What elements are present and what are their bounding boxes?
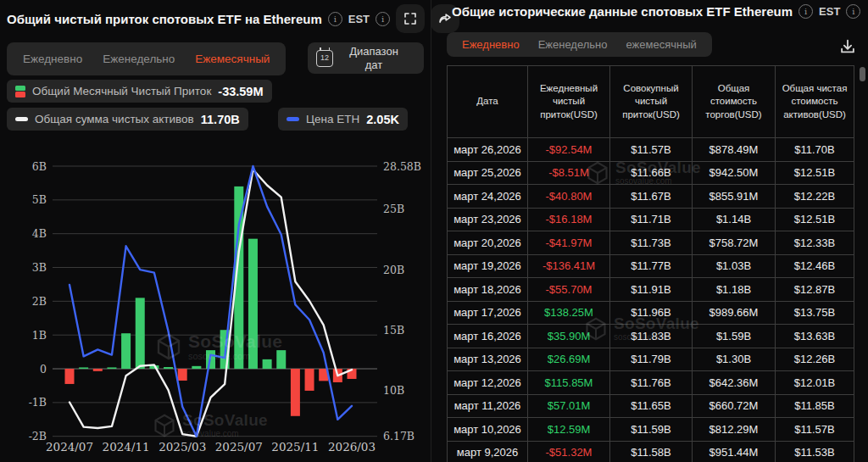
- inflow-bar[interactable]: [65, 369, 75, 384]
- left-axis-tick: -1B: [29, 396, 47, 409]
- bar-swatch-icon: [15, 86, 25, 97]
- tab-daily[interactable]: Ежедневно: [13, 53, 92, 65]
- legend-label: Общий Месячный Чистый Приток: [32, 85, 211, 97]
- inflow-bar[interactable]: [248, 239, 258, 369]
- blue-line-swatch-icon: [287, 117, 299, 121]
- net-assets-cell: $12.51B: [776, 208, 854, 231]
- right-axis-tick: 20B: [383, 264, 404, 276]
- inflow-bar[interactable]: [164, 367, 173, 369]
- tab-monthly[interactable]: Ежемесячный: [185, 53, 280, 65]
- info-icon[interactable]: i: [376, 12, 390, 26]
- download-button[interactable]: [836, 36, 860, 59]
- net-assets-cell: $11.57B: [776, 418, 854, 442]
- info-icon[interactable]: i: [328, 12, 342, 26]
- net-assets-cell: $12.87B: [776, 278, 854, 302]
- inflow-bar[interactable]: [192, 366, 201, 369]
- inflow-bar[interactable]: [276, 350, 286, 369]
- tab-weekly[interactable]: Еженедельно: [529, 38, 617, 51]
- inflow-bar[interactable]: [178, 369, 187, 381]
- value-traded-cell: $758.72M: [693, 231, 776, 255]
- right-axis-tick: 10B: [383, 384, 404, 397]
- tab-weekly[interactable]: Еженедельно: [92, 53, 185, 65]
- legend-monthly-net-inflow[interactable]: Общий Месячный Чистый Приток -33.59M: [7, 80, 272, 103]
- x-axis-tick: 2024/11: [103, 440, 150, 454]
- table-scrollbar-thumb[interactable]: [860, 67, 865, 81]
- inflow-bar[interactable]: [93, 369, 103, 371]
- net-assets-cell: $11.70B: [776, 138, 854, 162]
- date-cell: март 10,2026: [448, 418, 528, 442]
- cumulative-inflow-cell: $11.67B: [610, 185, 693, 209]
- timezone-label: EST: [819, 5, 840, 18]
- legend-value: -33.59M: [218, 85, 263, 98]
- table-row: март 23,2026-$16.18M$11.71B$1.14B$12.51B: [448, 208, 854, 231]
- date-cell: март 18,2026: [448, 278, 528, 302]
- date-cell: март 17,2026: [448, 301, 528, 325]
- value-traded-cell: $642.36M: [693, 371, 776, 395]
- date-cell: март 26,2026: [448, 138, 528, 162]
- net-assets-cell: $12.51B: [776, 161, 854, 185]
- column-header-1: Ежедневный чистый приток(USD): [528, 66, 610, 138]
- date-cell: март 9,2026: [448, 441, 528, 462]
- tab-monthly[interactable]: ежемесячный: [617, 38, 706, 51]
- date-cell: март 24,2026: [448, 185, 528, 209]
- etf-flow-chart[interactable]: 6B5B4B3B2B1B0-1B-2B28.58B25B20B15B10B6.1…: [0, 136, 431, 462]
- chart-period-tabs: ЕжедневноЕженедельноЕжемесячный: [7, 42, 286, 75]
- cumulative-inflow-cell: $11.83B: [610, 325, 693, 348]
- date-cell: март 25,2026: [448, 161, 528, 185]
- net-assets-cell: $12.33B: [776, 231, 854, 255]
- date-cell: март 19,2026: [448, 254, 528, 278]
- table-row: март 13,2026$26.69M$11.79B$1.30B$12.26B: [448, 348, 854, 371]
- history-table: ДатаЕжедневный чистый приток(USD)Совокуп…: [447, 65, 854, 462]
- history-panel-header: Общие исторические данные спотовых ETF E…: [452, 4, 860, 19]
- legend-value: 2.05K: [366, 113, 399, 126]
- chart-panel-title: Общий чистый приток спотовых ETF на Ethe…: [7, 12, 322, 26]
- cumulative-inflow-cell: $11.59B: [610, 418, 693, 442]
- table-row: март 10,2026$12.59M$11.59B$812.29M$11.57…: [448, 418, 854, 442]
- value-traded-cell: $1.14B: [693, 208, 776, 231]
- info-icon[interactable]: i: [798, 4, 813, 19]
- chart-canvas: 6B5B4B3B2B1B0-1B-2B28.58B25B20B15B10B6.1…: [0, 136, 431, 462]
- inflow-bar[interactable]: [136, 298, 145, 369]
- inflow-bar[interactable]: [291, 369, 300, 416]
- column-header-0: Дата: [448, 66, 528, 138]
- date-cell: март 20,2026: [448, 231, 528, 255]
- cumulative-inflow-cell: $11.65B: [610, 394, 693, 418]
- daily-inflow-cell: -$51.32M: [528, 441, 610, 462]
- date-range-label: Диапазон дат: [341, 45, 407, 71]
- daily-inflow-cell: -$8.51M: [528, 161, 610, 185]
- date-cell: март 23,2026: [448, 208, 528, 231]
- left-axis-tick: 4B: [32, 227, 47, 240]
- daily-inflow-cell: $138.25M: [528, 301, 610, 325]
- table-row: март 25,2026-$8.51M$11.66B$942.50M$12.51…: [448, 161, 854, 185]
- download-icon: [838, 37, 857, 56]
- legend-eth-price[interactable]: Цена ETH 2.05K: [278, 108, 408, 131]
- inflow-bar[interactable]: [121, 333, 131, 369]
- inflow-bar[interactable]: [263, 359, 272, 369]
- right-axis-tick: 6.17B: [383, 430, 415, 443]
- daily-inflow-cell: -$136.41M: [528, 254, 610, 278]
- inflow-bar[interactable]: [107, 367, 116, 369]
- left-axis-tick: 1B: [32, 329, 47, 342]
- inflow-bar[interactable]: [79, 367, 88, 369]
- table-row: март 26,2026-$92.54M$11.57B$878.49M$11.7…: [448, 138, 854, 162]
- value-traded-cell: $660.72M: [693, 394, 776, 418]
- tab-daily[interactable]: Ежедневно: [453, 38, 529, 51]
- info-icon[interactable]: i: [846, 4, 860, 19]
- column-header-3: Общая стоимость торгов(USD): [693, 66, 776, 138]
- value-traded-cell: $812.29M: [693, 418, 776, 442]
- cumulative-inflow-cell: $11.57B: [610, 138, 693, 162]
- left-axis-tick: 6B: [32, 160, 47, 173]
- legend-total-net-assets[interactable]: Общая сумма чистых активов 11.70B: [7, 108, 248, 131]
- fullscreen-button[interactable]: [396, 4, 425, 33]
- cumulative-inflow-cell: $11.79B: [610, 348, 693, 371]
- date-range-button[interactable]: 12 Диапазон дат: [308, 42, 424, 74]
- inflow-bar[interactable]: [305, 369, 314, 391]
- x-axis-tick: 2025/07: [215, 440, 263, 454]
- calendar-icon: 12: [316, 50, 333, 67]
- right-axis-tick: 28.58B: [383, 160, 421, 173]
- net-assets-cell: $12.01B: [776, 371, 854, 395]
- left-axis-tick: -2B: [29, 430, 47, 443]
- right-axis-tick: 25B: [383, 203, 404, 215]
- value-traded-cell: $951.44M: [693, 441, 776, 462]
- table-row: март 17,2026$138.25M$11.96B$989.66M$13.7…: [448, 301, 854, 325]
